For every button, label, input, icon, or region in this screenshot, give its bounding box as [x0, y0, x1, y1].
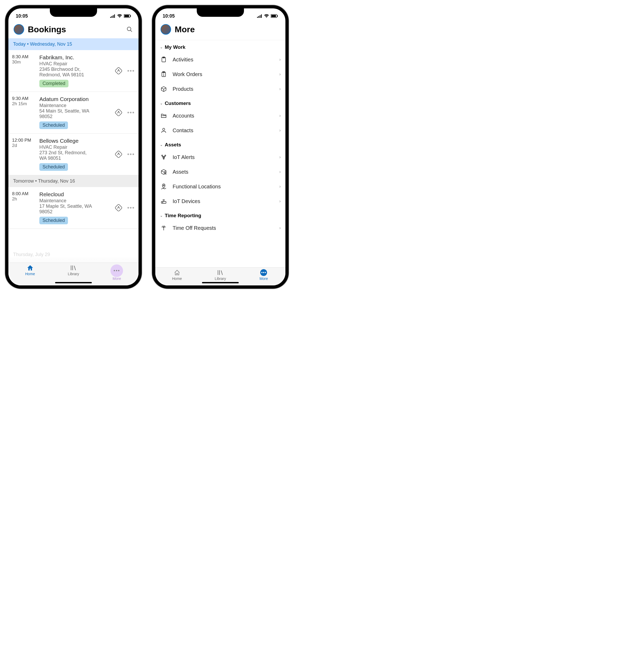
home-indicator[interactable] — [55, 282, 92, 283]
tab-bar: Home Library ••• More Thursday, July 29 — [8, 263, 138, 286]
booking-item[interactable]: 12:00 PM2dBellows CollegeHVAC Repair273 … — [8, 134, 138, 175]
svg-point-33 — [163, 158, 164, 159]
notch — [197, 8, 244, 17]
booking-item[interactable]: 8:30 AM30mFabrikam, Inc.HVAC Repair2345 … — [8, 50, 138, 92]
more-actions-button[interactable]: ••• — [127, 151, 135, 158]
menu-item-label: Activities — [172, 57, 274, 63]
status-icons — [257, 14, 278, 18]
menu-item-label: Assets — [172, 169, 274, 175]
router-icon — [160, 198, 167, 205]
booking-body: RelecloudMaintenance17 Maple St, Seattle… — [39, 191, 113, 224]
more-icon: ••• — [260, 269, 267, 276]
booking-type: HVAC Repair — [39, 61, 113, 67]
booking-address: 54 Main St, Seattle, WA — [39, 108, 113, 114]
chevron-right-icon: › — [279, 113, 281, 118]
notch — [50, 8, 97, 17]
more-icon-highlight: ••• — [111, 265, 123, 277]
booking-actions: ••• — [115, 54, 135, 87]
booking-customer: Fabrikam, Inc. — [39, 54, 113, 61]
booking-item[interactable]: 9:30 AM2h 15mAdatum CorporationMaintenan… — [8, 92, 138, 134]
palm-icon — [160, 224, 167, 232]
chevron-right-icon: › — [279, 226, 281, 230]
tab-more[interactable]: ••• More — [95, 265, 138, 281]
tab-home[interactable]: Home — [8, 265, 52, 281]
menu-item-label: Products — [172, 86, 274, 92]
svg-rect-21 — [271, 15, 276, 17]
svg-rect-1 — [112, 16, 112, 18]
group-header-assets[interactable]: ⌄Assets — [155, 138, 285, 150]
group-title: Customers — [165, 100, 191, 106]
search-icon — [127, 26, 133, 32]
search-button[interactable] — [126, 26, 133, 33]
tab-library[interactable]: Library — [52, 265, 95, 281]
svg-line-39 — [165, 174, 166, 175]
menu-item-activities[interactable]: Activities› — [155, 52, 285, 67]
booking-duration: 2h 15m — [12, 101, 37, 107]
alert-node-icon — [160, 154, 167, 161]
menu-item-contacts[interactable]: Contacts› — [155, 123, 285, 138]
more-actions-button[interactable]: ••• — [127, 67, 135, 74]
booking-body: Adatum CorporationMaintenance54 Main St,… — [39, 96, 113, 129]
booking-address: 2345 Birchwood Dr, — [39, 67, 113, 72]
svg-rect-41 — [161, 201, 166, 203]
home-indicator[interactable] — [202, 282, 239, 283]
menu-item-functional-locations[interactable]: Functional Locations› — [155, 179, 285, 194]
menu-item-label: Work Orders — [172, 71, 274, 77]
menu-item-iot-devices[interactable]: IoT Devices› — [155, 194, 285, 208]
directions-button[interactable] — [115, 204, 122, 212]
menu-item-label: IoT Alerts — [172, 154, 274, 160]
avatar[interactable] — [161, 24, 171, 35]
directions-button[interactable] — [115, 109, 122, 116]
booking-address-2: 98052 — [39, 114, 113, 119]
tab-home-label: Home — [25, 272, 35, 276]
avatar[interactable] — [14, 24, 24, 35]
tab-library-label: Library — [215, 276, 226, 281]
menu-item-assets[interactable]: Assets› — [155, 164, 285, 179]
ghost-date: Thursday, July 29 — [8, 252, 50, 257]
booking-item[interactable]: 8:00 AM2hRelecloudMaintenance17 Maple St… — [8, 187, 138, 229]
more-actions-button[interactable]: ••• — [127, 204, 135, 211]
menu-item-products[interactable]: Products› — [155, 82, 285, 96]
svg-point-28 — [163, 75, 164, 76]
status-icons — [110, 14, 131, 18]
chevron-right-icon: › — [279, 128, 281, 133]
menu-item-time-off-requests[interactable]: Time Off Requests› — [155, 221, 285, 235]
booking-address: 17 Maple St, Seattle, WA — [39, 204, 113, 209]
header: Bookings — [8, 22, 138, 38]
home-icon — [174, 269, 181, 276]
svg-rect-0 — [110, 17, 111, 18]
tab-more[interactable]: ••• More — [242, 269, 285, 281]
bookings-list[interactable]: Today • Wednesday, Nov 15 8:30 AM30mFabr… — [8, 38, 138, 263]
group-header-my-work[interactable]: ⌄My Work — [155, 40, 285, 52]
group-header-time-reporting[interactable]: ⌄Time Reporting — [155, 208, 285, 221]
booking-type: Maintenance — [39, 198, 113, 204]
group-title: Time Reporting — [165, 213, 201, 219]
chevron-down-icon: ⌄ — [160, 102, 163, 105]
chevron-down-icon: ⌄ — [160, 45, 163, 49]
group-header-customers[interactable]: ⌄Customers — [155, 96, 285, 108]
booking-time: 12:00 PM — [12, 138, 37, 143]
booking-body: Bellows CollegeHVAC Repair273 2nd St, Re… — [39, 138, 113, 171]
more-list[interactable]: ⌄My WorkActivities›Work Orders›Products›… — [155, 40, 285, 267]
menu-item-accounts[interactable]: Accounts› — [155, 108, 285, 123]
status-badge: Completed — [39, 80, 68, 87]
directions-button[interactable] — [115, 67, 122, 75]
folder-icon — [160, 112, 167, 119]
booking-customer: Relecloud — [39, 191, 113, 198]
menu-item-work-orders[interactable]: Work Orders› — [155, 67, 285, 82]
signal-icon — [110, 14, 115, 18]
svg-rect-16 — [257, 17, 258, 18]
tab-library[interactable]: Library — [199, 269, 242, 281]
battery-icon — [271, 14, 278, 18]
menu-item-iot-alerts[interactable]: IoT Alerts› — [155, 150, 285, 164]
tab-home[interactable]: Home — [155, 269, 199, 281]
booking-time: 8:30 AM — [12, 54, 37, 60]
more-actions-button[interactable]: ••• — [127, 109, 135, 116]
tab-more-label: More — [259, 276, 268, 281]
wifi-icon — [264, 14, 269, 18]
booking-time-col: 9:30 AM2h 15m — [12, 96, 37, 129]
directions-button[interactable] — [115, 150, 122, 158]
header: More — [155, 22, 285, 38]
battery-icon — [124, 14, 131, 18]
chevron-down-icon: ⌄ — [160, 143, 163, 146]
